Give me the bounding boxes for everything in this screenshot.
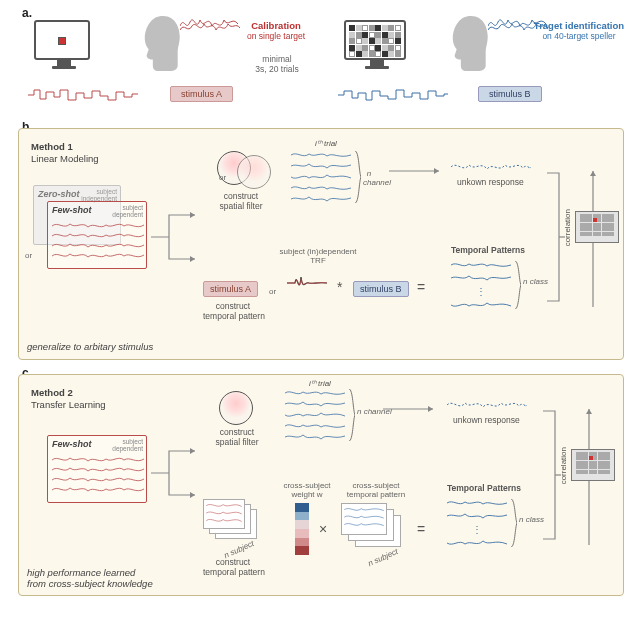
- construct-sf-b: construct spatial filter: [211, 191, 271, 211]
- eq-op-c: =: [417, 521, 425, 537]
- ith-trial-b: iᵗʰ trial: [315, 139, 337, 148]
- mini-speller-c-icon: [571, 449, 615, 481]
- stimulus-b-badge: stimulus B: [478, 86, 542, 102]
- arrow-to-unknown-c-icon: [383, 403, 439, 415]
- cs-tp-label: cross-subject temporal pattern: [341, 481, 411, 499]
- ith-trial-c: iᵗʰ trial: [309, 379, 331, 388]
- or-label-2: or: [219, 173, 226, 182]
- weight-column-icon: [295, 503, 309, 555]
- nclass-c: n class: [519, 515, 544, 524]
- brace-nclass-c: [509, 499, 517, 547]
- stimulus-a-badge-b: stimulus A: [203, 281, 258, 297]
- unknown-b: unkown response: [457, 177, 524, 187]
- section-c: Method 2 Transfer Learning Few-shot subj…: [18, 374, 624, 596]
- or-label-1: or: [25, 251, 32, 260]
- brace-nclass-b: [513, 261, 521, 309]
- target-subtitle: on 40-target speller: [524, 31, 634, 41]
- subject-stack-right-icon: [341, 503, 403, 549]
- method1-subtitle: Linear Modeling: [31, 153, 99, 164]
- tp-label-c: Temporal Patterns: [447, 483, 521, 493]
- mini-speller-b-icon: [575, 211, 619, 243]
- few-shot-label-c: Few-shot: [52, 439, 92, 449]
- construct-sf-c: construct spatial filter: [207, 427, 267, 447]
- target-dot-icon: [58, 37, 66, 45]
- few-shot-box-c: Few-shot subject dependent: [47, 435, 147, 503]
- generalize-slogan: generalize to arbitary stimulus: [27, 341, 153, 352]
- trf-label-b: subject (in)dependent TRF: [273, 247, 363, 265]
- head-silhouette-red-icon: [132, 14, 184, 72]
- nclass-b: n class: [523, 277, 548, 286]
- subject-stack-left-icon: [203, 499, 259, 541]
- correlation-c: correlation: [559, 447, 568, 484]
- branch-arrow-b-icon: [151, 207, 201, 267]
- few-shot-sub-b: subject dependent: [112, 204, 143, 218]
- brace-nchan-b: [353, 151, 361, 203]
- target-label: Traget identification on 40-target spell…: [524, 20, 634, 41]
- or-label-3: or: [269, 287, 276, 296]
- method1-title: Method 1: [31, 141, 73, 152]
- zero-shot-sub: subject independent: [81, 188, 117, 202]
- tp-label-b: Temporal Patterns: [451, 245, 525, 255]
- method2-title: Method 2: [31, 387, 73, 398]
- stimulus-a-badge: stimulus A: [170, 86, 233, 102]
- tp-waves-b-icon: ⋮: [451, 261, 511, 309]
- topomap-icon-b2: [237, 155, 271, 189]
- topomap-icon-c: [219, 391, 253, 425]
- monitor-calibration: [34, 20, 90, 60]
- zero-shot-label: Zero-shot: [38, 189, 80, 199]
- unknown-response-wave-b-icon: [451, 159, 531, 175]
- conv-op-b: *: [337, 279, 342, 295]
- eq-op-b: =: [417, 279, 425, 295]
- unknown-c: unkown response: [453, 415, 520, 425]
- section-a: Calibration on single target minimal 3s,…: [22, 14, 622, 114]
- slogan-c: high performance learned from cross-subj…: [27, 567, 153, 589]
- construct-tp-b: construct temporal pattern: [203, 301, 263, 321]
- head-silhouette-blue-icon: [440, 14, 492, 72]
- construct-tp-c: construct temporal pattern: [203, 557, 263, 577]
- few-shot-label-b: Few-shot: [52, 205, 92, 215]
- stimulus-b-badge-b: stimulus B: [353, 281, 409, 297]
- minimal-label: minimal 3s, 20 trials: [242, 54, 312, 74]
- trf-icon: [287, 267, 327, 299]
- few-shot-box-b: Few-shot subject dependent: [47, 201, 147, 269]
- branch-arrow-c-icon: [151, 443, 201, 503]
- trial-waves-b-icon: [291, 151, 351, 203]
- arrow-to-unknown-b-icon: [389, 165, 445, 177]
- few-shot-sub-c: subject dependent: [112, 438, 143, 452]
- method2-subtitle: Transfer Learning: [31, 399, 106, 410]
- correlation-b: correlation: [563, 209, 572, 246]
- brace-nchan-c: [347, 389, 355, 441]
- tp-waves-c-icon: ⋮: [447, 499, 507, 547]
- cs-weight-label: cross-subject weight w: [277, 481, 337, 499]
- monitor-base-icon: [365, 66, 389, 69]
- few-shot-waves-c-icon: [52, 454, 144, 500]
- section-b: Method 1 Linear Modeling Zero-shot subje…: [18, 128, 624, 360]
- calibration-title: Calibration: [226, 20, 326, 31]
- stimulus-waveform-a-icon: [28, 88, 138, 102]
- calibration-label: Calibration on single target: [226, 20, 326, 41]
- minimal-text: minimal: [242, 54, 312, 64]
- stimulus-waveform-b-icon: [338, 88, 448, 102]
- nchan-b: n channel: [363, 169, 375, 187]
- trials-text: 3s, 20 trials: [242, 64, 312, 74]
- unknown-response-wave-c-icon: [447, 397, 527, 413]
- few-shot-waves-icon: [52, 220, 144, 266]
- trial-waves-c-icon: [285, 389, 345, 441]
- monitor-base-icon: [52, 66, 76, 69]
- speller-grid-icon: [349, 25, 401, 57]
- target-title: Traget identification: [524, 20, 634, 31]
- times-op-c: ×: [319, 521, 327, 537]
- monitor-speller: [344, 20, 406, 60]
- calibration-subtitle: on single target: [226, 31, 326, 41]
